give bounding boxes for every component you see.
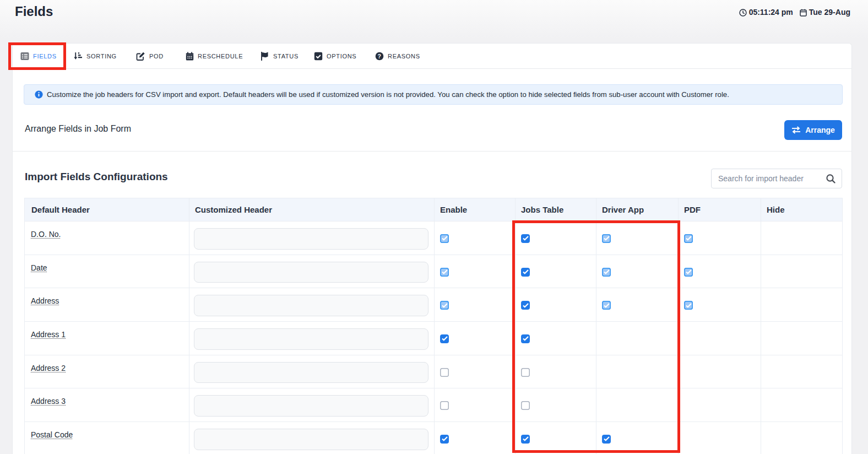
svg-text:?: ? (377, 53, 381, 60)
